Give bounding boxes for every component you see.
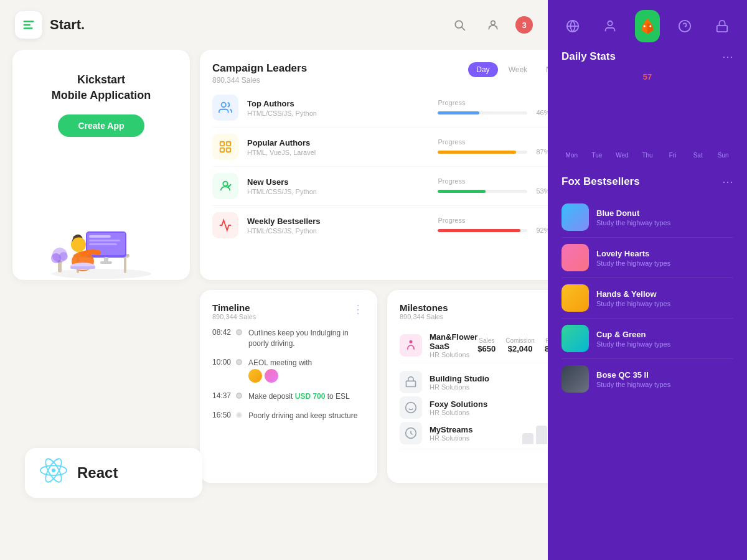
svg-point-42 (608, 21, 612, 26)
bestseller-name-2: Lovely Hearts (596, 249, 733, 258)
leader-row: Weekly Bestsellers HTML/CSS/JS, Python P… (212, 206, 548, 245)
milestone-name-1: Man&Flower SaaS (430, 332, 477, 351)
svg-line-4 (462, 27, 465, 30)
milestone-name-4: MyStreams (430, 425, 522, 434)
sidebar-icon-2[interactable] (598, 14, 622, 39)
react-card: React (25, 448, 202, 498)
create-app-button[interactable]: Create App (58, 114, 144, 137)
timeline-item: 16:50 Poorly driving and keep structure (212, 411, 365, 421)
progress-label-3: Progress (438, 177, 548, 185)
bar-mon: Mon (561, 149, 582, 159)
bestseller-item-2[interactable]: Lovely Hearts Study the highway types (561, 238, 733, 278)
bestseller-thumb-2 (561, 244, 589, 271)
svg-point-46 (644, 25, 646, 27)
svg-point-24 (59, 252, 68, 261)
svg-rect-30 (220, 142, 224, 146)
timeline-text: Make deposit USD 700 to ESL (248, 391, 350, 402)
sidebar-icon-active[interactable] (635, 14, 660, 39)
bestseller-item-4[interactable]: Cup & Green Study the highway types (561, 319, 733, 359)
progress-pct-1: 46% (532, 109, 548, 116)
timeline-time: 08:42 (212, 328, 236, 337)
milestone-name-3: Foxy Solutions (430, 399, 522, 409)
react-label: React (77, 464, 118, 482)
kickstart-title: Kickstart Mobile Application (52, 72, 151, 103)
bestseller-name-5: Bose QC 35 II (596, 370, 733, 380)
logo-icon (15, 11, 42, 39)
timeline-card: Timeline 890,344 Sales ⋮ 08:42 Outlines … (200, 290, 377, 483)
bestseller-item-5[interactable]: Bose QC 35 II Study the highway types (561, 359, 733, 399)
svg-point-6 (52, 269, 151, 279)
timeline-list: 08:42 Outlines keep you Indulging in poo… (212, 328, 365, 421)
milestone-row: Building Studio HR Solutions Foxy Soluti… (400, 363, 548, 449)
timeline-text: Poorly driving and keep structure (248, 411, 357, 421)
period-tab-month[interactable]: Month (538, 62, 548, 77)
bar-chart: Mon Tue Wed Thu Fri Sat (561, 84, 733, 159)
milestone-icon-3 (400, 396, 422, 419)
milestone-stat-commission: Comission $2,040 (505, 337, 535, 353)
milestones-chart (522, 407, 548, 444)
bar-label-thu: Thu (642, 152, 652, 159)
bar-label-wed: Wed (616, 152, 628, 159)
chart-bar (522, 433, 533, 444)
bestsellers-more[interactable]: ⋯ (722, 175, 733, 189)
bar-label-fri: Fri (669, 152, 677, 159)
bestseller-sub-5: Study the highway types (596, 381, 733, 388)
campaign-title: Campaign Leaders (212, 62, 307, 75)
bestseller-item-3[interactable]: Hands & Yellow Study the highway types (561, 278, 733, 319)
avatar (265, 369, 278, 383)
bar-tue: Tue (587, 149, 608, 159)
bestsellers-title: Fox Bestsellers (561, 175, 640, 188)
milestone-sub-4: HR Solutions (430, 434, 522, 442)
svg-rect-9 (124, 258, 126, 273)
timeline-title: Timeline (212, 302, 256, 313)
milestones-card: Milestones 890,344 Sales ⋮ Man&Flower Sa… (387, 290, 548, 483)
bar-wed: Wed (612, 149, 632, 159)
leader-icon-3 (212, 173, 238, 199)
bestseller-sub-1: Study the highway types (596, 219, 733, 226)
progress-pct-4: 92% (532, 226, 548, 234)
notification-badge[interactable]: 3 (515, 16, 533, 34)
svg-rect-36 (406, 381, 416, 386)
timeline-highlight: USD 700 (295, 392, 326, 401)
timeline-menu[interactable]: ⋮ (352, 302, 365, 316)
timeline-dot (236, 359, 242, 365)
bestseller-thumb-3 (561, 284, 589, 312)
svg-point-29 (222, 103, 226, 107)
bottom-row: Timeline 890,344 Sales ⋮ 08:42 Outlines … (200, 290, 548, 483)
svg-rect-50 (717, 26, 728, 32)
leader-tags-4: HTML/CSS/JS, Python (247, 227, 438, 235)
bar-label-mon: Mon (566, 152, 578, 159)
progress-label-1: Progress (438, 99, 548, 106)
sidebar-icon-4[interactable] (710, 14, 735, 39)
sidebar-icon-3[interactable] (672, 14, 697, 39)
leader-tags-3: HTML/CSS/JS, Python (247, 188, 438, 195)
period-tab-day[interactable]: Day (468, 62, 497, 77)
leader-icon-2 (212, 134, 238, 160)
timeline-time: 16:50 (212, 411, 236, 419)
daily-stats-title: Daily Stats (561, 50, 616, 63)
bar-fri: Fri (662, 149, 683, 159)
leader-name-3: New Users (247, 177, 438, 187)
campaign-card: Campaign Leaders 890,344 Sales Day Week … (200, 50, 548, 280)
bestseller-sub-3: Study the highway types (596, 300, 733, 307)
svg-marker-44 (641, 23, 647, 34)
search-button[interactable] (448, 14, 471, 36)
leader-icon-1 (212, 95, 238, 121)
bestseller-name-1: Blue Donut (596, 208, 733, 218)
period-tab-week[interactable]: Week (500, 62, 535, 77)
svg-rect-32 (220, 148, 224, 152)
daily-stats-section: Daily Stats ⋯ 57 Mon Tue Wed Thu (548, 50, 747, 175)
bestseller-name-4: Cup & Green (596, 330, 733, 339)
leader-icon-4 (212, 212, 238, 238)
sidebar-icon-1[interactable] (560, 14, 585, 39)
svg-rect-20 (70, 266, 95, 269)
svg-point-35 (410, 340, 413, 343)
left-column: Kickstart Mobile Application Create App (12, 50, 190, 510)
bar-sun: Sun (713, 149, 733, 159)
milestone-row: Man&Flower SaaS HR Solutions Sales $650 … (400, 328, 548, 363)
milestone-icon-1 (400, 334, 422, 357)
user-button[interactable] (482, 14, 504, 36)
progress-label-2: Progress (438, 138, 548, 146)
bestseller-item-1[interactable]: Blue Donut Study the highway types (561, 197, 733, 238)
daily-stats-more[interactable]: ⋯ (722, 50, 733, 63)
